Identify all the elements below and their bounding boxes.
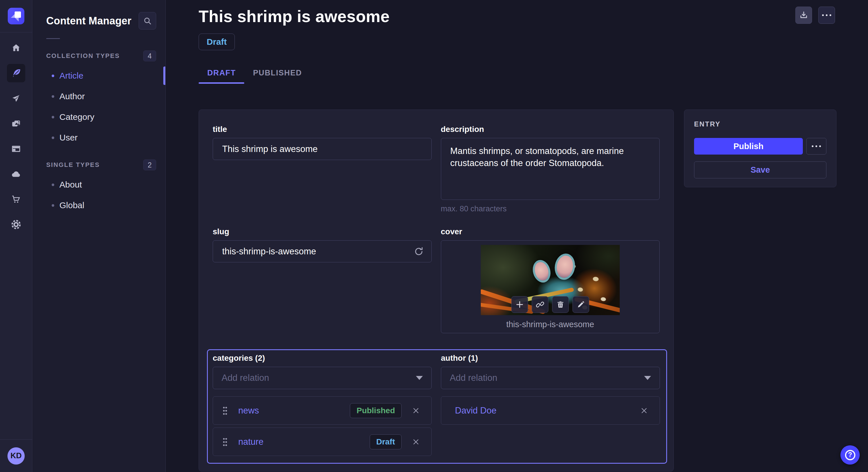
strapi-logo[interactable] xyxy=(8,8,24,24)
nav-home[interactable] xyxy=(7,39,25,57)
rail-nav xyxy=(7,32,25,439)
field-title: title xyxy=(213,125,432,213)
edit-form-panel: title description Mantis shrimps, or sto… xyxy=(198,109,674,471)
images-icon xyxy=(11,119,21,129)
sidebar-item-article[interactable]: Article xyxy=(33,65,165,86)
drag-handle-icon[interactable] xyxy=(223,406,227,415)
save-button[interactable]: Save xyxy=(694,162,826,178)
sidebar-divider xyxy=(46,38,60,39)
sidebar-item-user[interactable]: User xyxy=(33,127,165,148)
remove-relation-button[interactable] xyxy=(639,405,650,416)
bullet-icon xyxy=(52,183,54,186)
chevron-down-icon xyxy=(644,376,651,380)
rail-bottom: KD xyxy=(0,439,32,472)
bullet-icon xyxy=(52,116,54,119)
tab-published[interactable]: PUBLISHED xyxy=(244,69,310,84)
author-label: author (1) xyxy=(441,353,660,363)
relation-item-david-doe: David Doe xyxy=(441,396,660,425)
nav-settings[interactable] xyxy=(7,215,25,234)
sidebar-item-label: Article xyxy=(59,71,83,80)
description-hint: max. 80 characters xyxy=(441,204,660,213)
sidebar-item-author[interactable]: Author xyxy=(33,86,165,107)
nav-content-manager[interactable] xyxy=(7,64,25,82)
tab-draft[interactable]: DRAFT xyxy=(198,69,244,84)
field-author: author (1) Add relation David Doe xyxy=(441,353,660,456)
copy-link-button[interactable] xyxy=(532,296,548,313)
download-button[interactable] xyxy=(795,7,812,24)
slug-input[interactable] xyxy=(213,240,432,262)
nav-marketplace[interactable] xyxy=(7,190,25,208)
section-collection-types: COLLECTION TYPES xyxy=(46,52,120,60)
description-textarea[interactable]: Mantis shrimps, or stomatopods, are mari… xyxy=(441,138,660,200)
drag-handle-icon[interactable] xyxy=(223,437,227,446)
main-nav-rail: KD xyxy=(0,0,32,472)
version-tabs: DRAFT PUBLISHED xyxy=(198,69,868,84)
sidebar-title: Content Manager xyxy=(46,15,131,27)
relation-link[interactable]: news xyxy=(238,405,350,416)
nav-media-library[interactable] xyxy=(7,114,25,133)
relation-item-news: news Published xyxy=(213,396,432,425)
regenerate-icon[interactable] xyxy=(413,245,425,258)
entry-panel-title: ENTRY xyxy=(694,120,826,128)
content-manager-sidebar: Content Manager COLLECTION TYPES 4 Artic… xyxy=(33,0,166,472)
download-icon xyxy=(799,10,809,20)
bullet-icon xyxy=(52,204,54,207)
nav-releases[interactable] xyxy=(7,89,25,107)
help-button[interactable]: ? xyxy=(840,445,860,465)
publish-button[interactable]: Publish xyxy=(694,138,803,155)
home-icon xyxy=(11,43,21,53)
title-label: title xyxy=(213,125,432,134)
remove-relation-button[interactable] xyxy=(410,436,422,448)
title-input[interactable] xyxy=(213,138,432,160)
add-media-button[interactable] xyxy=(511,296,528,313)
relation-link[interactable]: David Doe xyxy=(455,405,639,416)
feather-icon xyxy=(11,68,21,78)
logo-shape xyxy=(14,11,21,18)
search-icon xyxy=(143,16,152,26)
relation-link[interactable]: nature xyxy=(238,437,370,447)
field-categories: categories (2) Add relation news Publish… xyxy=(213,353,432,456)
gear-icon xyxy=(11,220,21,230)
sidebar-item-global[interactable]: Global xyxy=(33,195,165,216)
field-description: description Mantis shrimps, or stomatopo… xyxy=(441,125,660,213)
author-relation-select[interactable]: Add relation xyxy=(441,367,660,389)
sidebar-item-category[interactable]: Category xyxy=(33,107,165,127)
field-cover: cover xyxy=(441,227,660,333)
bullet-icon xyxy=(52,95,54,98)
relation-status-badge: Published xyxy=(350,403,402,418)
nav-cloud[interactable] xyxy=(7,165,25,183)
avatar[interactable]: KD xyxy=(7,447,25,465)
entry-panel: ENTRY Publish Save xyxy=(684,109,836,187)
section-single-types: SINGLE TYPES xyxy=(46,161,100,169)
bullet-icon xyxy=(52,74,54,77)
select-placeholder: Add relation xyxy=(450,373,497,383)
cart-icon xyxy=(11,194,21,204)
link-icon xyxy=(536,300,544,309)
collection-types-count: 4 xyxy=(143,50,156,61)
search-button[interactable] xyxy=(138,12,156,30)
more-options-button[interactable] xyxy=(818,7,835,24)
nav-content-type-builder[interactable] xyxy=(7,140,25,158)
cloud-icon xyxy=(11,169,21,179)
question-glyph: ? xyxy=(848,452,852,458)
single-types-count: 2 xyxy=(143,160,156,170)
sidebar-item-label: About xyxy=(59,180,82,190)
cover-filename: this-shrimp-is-awesome xyxy=(506,320,594,329)
relation-status-badge: Draft xyxy=(370,434,402,449)
delete-media-button[interactable] xyxy=(552,296,569,313)
edit-pencil-icon xyxy=(577,300,585,309)
sidebar-item-about[interactable]: About xyxy=(33,174,165,195)
status-badge: Draft xyxy=(198,34,235,50)
logo-shape xyxy=(14,18,19,22)
active-indicator xyxy=(163,67,165,85)
categories-relation-select[interactable]: Add relation xyxy=(213,367,432,389)
edit-media-button[interactable] xyxy=(572,296,589,313)
paper-plane-icon xyxy=(11,94,21,103)
entry-more-button[interactable] xyxy=(806,138,826,155)
description-label: description xyxy=(441,125,660,134)
categories-label: categories (2) xyxy=(213,353,432,363)
trash-icon xyxy=(556,300,565,309)
layout-icon xyxy=(11,144,21,154)
remove-relation-button[interactable] xyxy=(410,405,422,416)
more-options-icon xyxy=(812,145,821,147)
